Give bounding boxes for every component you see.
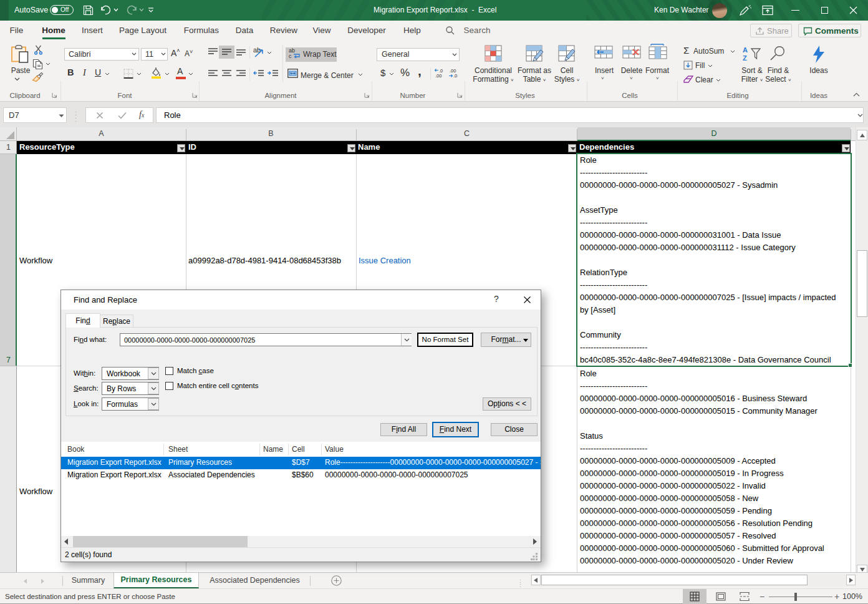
svg-text:A: A	[743, 46, 748, 54]
svg-text:Z: Z	[743, 54, 747, 61]
svg-text:.00: .00	[435, 73, 441, 78]
svg-text:.0: .0	[453, 73, 457, 78]
